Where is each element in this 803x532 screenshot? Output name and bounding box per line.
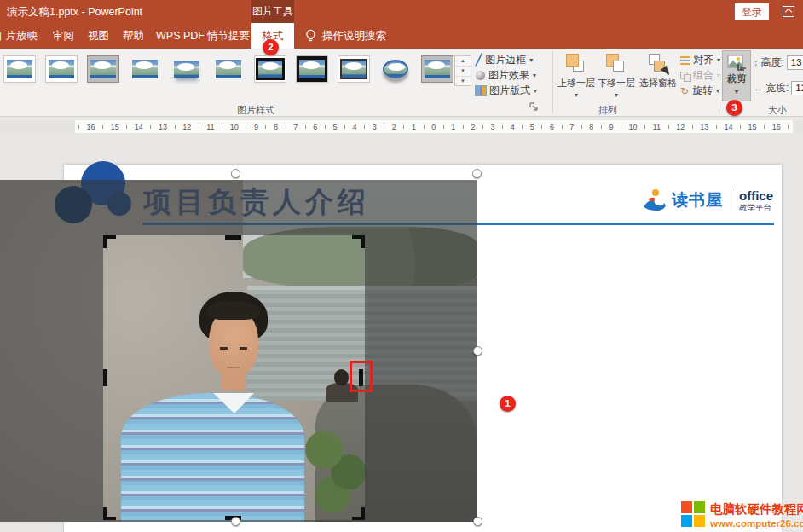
crop-button[interactable]: 裁剪 ▾	[722, 50, 751, 101]
ruler-number: 6	[313, 123, 317, 131]
ruler-number: 15	[748, 123, 757, 131]
ruler-tick	[482, 125, 483, 129]
picture-border-icon: ╱	[476, 54, 482, 66]
ruler-tick	[150, 125, 151, 129]
picture-style-thick-black-frame-icon[interactable]	[296, 55, 328, 83]
watermark-site-name: 电脑软硬件教程网	[710, 501, 803, 518]
picture-style-soft-white-frame-icon[interactable]	[45, 55, 78, 83]
crop-handle-bottom-left[interactable]	[103, 507, 116, 520]
contextual-tab-picture-tools[interactable]: 图片工具	[251, 0, 294, 23]
rotate-icon: ↻	[680, 87, 689, 95]
bring-forward-button[interactable]: 上移一层 ▾	[557, 52, 596, 101]
crop-handle-left[interactable]	[103, 369, 107, 386]
cropped-picture[interactable]	[0, 180, 477, 522]
picture-style-full-bleed-2-icon[interactable]	[212, 55, 245, 83]
crop-handle-top[interactable]	[225, 235, 241, 240]
picture-style-reflection-icon[interactable]	[170, 55, 203, 83]
gallery-more-icon[interactable]: ▼	[455, 77, 471, 86]
ruler-tick	[102, 125, 103, 129]
height-input[interactable]: 13	[787, 55, 803, 70]
crop-handle-bottom-right[interactable]	[352, 507, 365, 520]
picture-style-gallery	[3, 55, 453, 86]
ruler-number: 7	[293, 123, 298, 131]
ruler-tick	[325, 125, 326, 129]
picture-style-black-frame-icon[interactable]	[254, 55, 286, 83]
rotate-button[interactable]: ↻ 旋转 ▾	[680, 84, 719, 97]
picture-effects-label: 图片效果	[488, 68, 529, 83]
tab-help[interactable]: 帮助	[123, 23, 144, 49]
horizontal-ruler[interactable]: 1615141312111098765432101234567891011121…	[0, 119, 803, 134]
tab-view[interactable]: 视图	[88, 23, 109, 49]
ruler-number: 14	[135, 123, 143, 131]
picture-style-metal-frame-2-icon[interactable]	[421, 55, 453, 83]
picture-border-button[interactable]: ╱ 图片边框 ▾	[476, 53, 533, 66]
photo-man-eye	[220, 347, 228, 350]
ruler-number: 2	[392, 123, 396, 131]
selection-handle-top-right[interactable]	[472, 169, 482, 178]
photo-bystander-head	[334, 369, 349, 385]
gallery-scroll-down-icon[interactable]: ▼	[455, 66, 471, 77]
crop-handle-top-right[interactable]	[352, 235, 365, 248]
selection-handle-top-center[interactable]	[231, 169, 240, 178]
tab-storyboard[interactable]: 情节提要	[207, 23, 250, 49]
ruler-number: 10	[230, 123, 239, 131]
landscape-thumbnail-icon	[340, 59, 367, 79]
ruler-tick	[581, 125, 582, 129]
height-label: 高度:	[761, 55, 784, 70]
ruler-tick	[199, 125, 199, 129]
ruler-tick	[364, 125, 365, 129]
picture-style-compound-frame-icon[interactable]	[338, 55, 370, 83]
login-button[interactable]: 登录	[735, 3, 769, 20]
ruler-tick	[265, 125, 266, 129]
ruler-number: 10	[629, 123, 638, 131]
picture-style-simple-white-frame-icon[interactable]	[3, 55, 36, 83]
crop-handle-top-left[interactable]	[103, 235, 116, 248]
slide-title[interactable]: 项目负责人介绍	[143, 183, 370, 222]
ruler-tick	[788, 125, 789, 129]
width-input[interactable]: 12	[791, 81, 803, 95]
ribbon-display-options-icon[interactable]	[783, 6, 794, 17]
tab-review[interactable]: 审阅	[53, 23, 74, 49]
picture-style-full-bleed-icon[interactable]	[129, 55, 161, 83]
width-field-row: ↔ 宽度: 12	[754, 80, 803, 95]
ruler-tick	[522, 125, 523, 129]
ruler-number: 3	[491, 123, 495, 131]
selection-handle-middle-right[interactable]	[473, 346, 482, 356]
bring-forward-label: 上移一层	[557, 78, 595, 88]
ruler-number: 1	[451, 123, 455, 131]
windows-logo-icon	[681, 501, 706, 527]
gallery-scrollbar[interactable]: ▲ ▼ ▼	[454, 55, 471, 86]
selection-pane-button[interactable]: 选择窗格	[637, 52, 679, 101]
landscape-thumbnail-icon	[132, 60, 158, 78]
ruler-tick	[463, 125, 464, 129]
ruler-tick	[621, 125, 621, 129]
send-backward-button[interactable]: 下移一层 ▾	[597, 52, 636, 101]
logo-platform: 教学平台	[739, 204, 773, 212]
picture-effects-icon	[476, 71, 485, 80]
logo-name: 读书屋	[672, 189, 723, 211]
tell-me-label: 操作说明搜索	[322, 23, 386, 49]
picture-layout-button[interactable]: 图片版式 ▾	[476, 84, 537, 97]
tab-slideshow-cut[interactable]: 丁片放映	[0, 23, 38, 49]
ruler-tick	[305, 125, 306, 129]
logo-office: office	[739, 189, 773, 202]
decor-circle-small	[107, 192, 131, 216]
picture-style-metal-gray-frame-icon[interactable]	[87, 55, 119, 83]
bring-forward-icon	[565, 54, 587, 74]
selection-handle-bottom-center[interactable]	[231, 517, 240, 526]
picture-styles-dialog-launcher-icon[interactable]	[529, 101, 539, 112]
ruler-number: 5	[530, 123, 534, 131]
ruler-number: 4	[353, 123, 357, 131]
tab-wps-pdf[interactable]: WPS PDF	[156, 23, 205, 49]
gallery-scroll-up-icon[interactable]: ▲	[455, 56, 471, 66]
align-button[interactable]: 对齐 ▾	[680, 54, 720, 66]
photo-man-fringe	[207, 301, 260, 320]
picture-style-oval-soft-shadow-icon[interactable]	[379, 55, 412, 83]
ruler-tick	[443, 125, 444, 129]
step-badge-1: 1	[500, 396, 516, 412]
ruler-number: 15	[111, 123, 119, 131]
selection-handle-bottom-right[interactable]	[473, 517, 482, 526]
picture-effects-button[interactable]: 图片效果 ▾	[476, 68, 536, 82]
ruler-scale: 1615141312111098765432101234567891011121…	[75, 120, 793, 133]
tell-me-search[interactable]: 操作说明搜索	[305, 23, 386, 49]
